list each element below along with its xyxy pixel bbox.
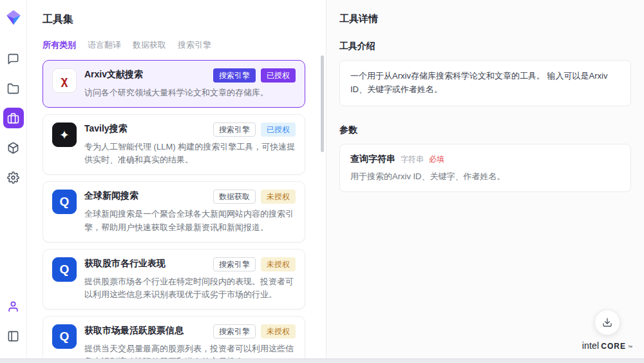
category-badge: 数据获取 <box>213 190 256 204</box>
chat-icon <box>7 53 19 65</box>
scrollbar-thumb[interactable] <box>321 55 324 152</box>
auth-status-badge: 已授权 <box>261 68 296 83</box>
category-badge: 搜索引擎 <box>213 257 256 271</box>
intro-card: 一个用于从Arxiv存储库搜索科学论文和文章的工具。 输入可以是Arxiv ID… <box>339 60 631 106</box>
tool-detail-panel: 工具详情 工具介绍 一个用于从Arxiv存储库搜索科学论文和文章的工具。 输入可… <box>326 0 644 358</box>
auth-status-badge: 未授权 <box>261 324 296 338</box>
core-wordmark: CORE <box>601 342 626 351</box>
tool-name: 获取市场最活跃股票信息 <box>84 324 208 337</box>
tool-name: Tavily搜索 <box>84 123 208 135</box>
sidebar-item-plugins[interactable] <box>3 137 24 158</box>
package-icon <box>7 142 19 154</box>
panel-toggle-icon <box>7 330 19 342</box>
tool-name: 全球新闻搜索 <box>84 190 208 202</box>
intel-core-logo: intel CORE ™ <box>582 340 632 351</box>
param-card: 查询字符串 字符串 必填 用于搜索的Arxiv ID、关键字、作者姓名。 <box>339 144 631 192</box>
download-icon <box>602 317 612 328</box>
folder-icon <box>7 83 19 95</box>
sidebar-item-user[interactable] <box>3 296 24 317</box>
category-badge: 搜索引擎 <box>213 324 256 338</box>
auth-status-badge: 已授权 <box>261 123 296 137</box>
tool-list: χ Arxiv文献搜索 搜索引擎 已授权 访问各个研究领域大量科学论文和文章的存… <box>43 60 310 358</box>
intro-text: 一个用于从Arxiv存储库搜索科学论文和文章的工具。 输入可以是Arxiv ID… <box>350 71 607 94</box>
tool-name: Arxiv文献搜索 <box>84 68 208 81</box>
tool-name: 获取股市各行业表现 <box>84 257 208 270</box>
tavily-icon: ✦ <box>52 123 77 147</box>
param-required-badge: 必填 <box>429 154 444 165</box>
floating-actions: intel CORE ™ <box>582 309 632 351</box>
sidebar-item-settings[interactable] <box>3 167 24 188</box>
active-stocks-icon: Q <box>52 324 77 349</box>
tool-list-panel: 工具集 所有类别语言翻译数据获取搜索引擎 χ Arxiv文献搜索 搜索引擎 已授… <box>27 0 326 358</box>
category-badge: 搜索引擎 <box>213 123 256 137</box>
tab-3[interactable]: 搜索引擎 <box>178 39 211 51</box>
sidebar <box>0 0 27 358</box>
tool-card[interactable]: Q 获取股市各行业表现 搜索引擎 未授权 提供股票市场各个行业在特定时间段内的表… <box>43 249 305 309</box>
tool-description: 访问各个研究领域大量科学论文和文章的存储库。 <box>84 86 296 99</box>
tab-0[interactable]: 所有类别 <box>43 39 76 51</box>
param-type: 字符串 <box>401 154 424 165</box>
auth-status-badge: 未授权 <box>261 257 296 271</box>
arxiv-icon: χ <box>52 68 77 93</box>
intel-wordmark: intel <box>582 340 600 351</box>
app-window: 工具集 所有类别语言翻译数据获取搜索引擎 χ Arxiv文献搜索 搜索引擎 已授… <box>0 0 644 359</box>
tab-2[interactable]: 数据获取 <box>133 39 166 51</box>
param-name: 查询字符串 <box>350 153 395 165</box>
category-tabs: 所有类别语言翻译数据获取搜索引擎 <box>43 39 310 51</box>
toolbox-icon <box>7 112 19 124</box>
app-logo-icon <box>5 9 22 26</box>
sidebar-item-tools[interactable] <box>3 108 24 128</box>
trademark-symbol: ™ <box>628 345 632 349</box>
sidebar-item-panel-toggle[interactable] <box>3 326 24 346</box>
tool-description: 专为人工智能代理 (LLM) 构建的搜索引擎工具，可快速提供实时、准确和真实的结… <box>84 141 296 166</box>
global-news-icon: Q <box>52 190 77 214</box>
tab-1[interactable]: 语言翻译 <box>88 39 121 51</box>
auth-status-badge: 未授权 <box>261 190 296 204</box>
tool-description: 提供当天交易量最高的股票列表，投资者可以利用这些信息来识别流动性强的股票和潜在的… <box>84 342 296 358</box>
user-icon <box>7 300 19 313</box>
tool-description: 全球新闻搜索是一个聚合全球各大新闻网站内容的搜索引擎，帮助用户快速获取全球最新资… <box>84 208 296 233</box>
tool-card[interactable]: Q 全球新闻搜索 数据获取 未授权 全球新闻搜索是一个聚合全球各大新闻网站内容的… <box>43 181 305 242</box>
tool-card[interactable]: ✦ Tavily搜索 搜索引擎 已授权 专为人工智能代理 (LLM) 构建的搜索… <box>43 114 305 175</box>
panel-title: 工具集 <box>43 13 310 26</box>
tool-description: 提供股票市场各个行业在特定时间段内的表现。投资者可以利用这些信息来识别表现优于或… <box>84 275 296 301</box>
tool-card[interactable]: χ Arxiv文献搜索 搜索引擎 已授权 访问各个研究领域大量科学论文和文章的存… <box>43 60 305 108</box>
intro-heading: 工具介绍 <box>339 41 631 52</box>
sidebar-item-chat[interactable] <box>3 48 24 69</box>
param-description: 用于搜索的Arxiv ID、关键字、作者姓名。 <box>350 171 620 182</box>
detail-title: 工具详情 <box>339 13 631 25</box>
sidebar-item-files[interactable] <box>3 78 24 99</box>
tool-card[interactable]: Q 获取市场最活跃股票信息 搜索引擎 未授权 提供当天交易量最高的股票列表，投资… <box>43 316 305 358</box>
download-button[interactable] <box>594 309 620 335</box>
stock-sector-icon: Q <box>52 257 77 282</box>
settings-gear-icon <box>7 172 19 184</box>
params-heading: 参数 <box>339 124 631 136</box>
category-badge: 搜索引擎 <box>213 68 256 83</box>
